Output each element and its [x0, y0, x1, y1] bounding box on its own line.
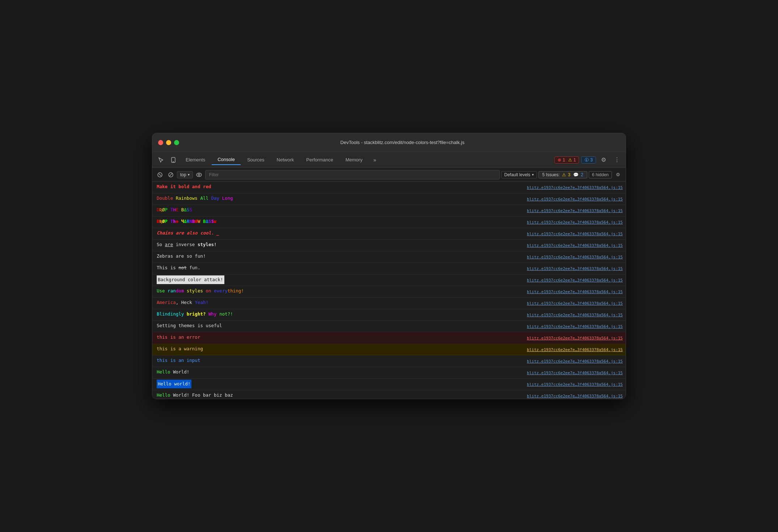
eye-icon[interactable]: [194, 170, 204, 180]
console-row: America , Heck Yeah! blitz.e1937cc6e2ee7…: [152, 297, 626, 309]
context-selector[interactable]: top ▾: [177, 171, 193, 178]
chevron-down-icon: ▾: [188, 173, 190, 177]
issues-label: 5 Issues:: [542, 172, 560, 177]
console-source-link[interactable]: blitz.e1937cc6e2ee7e…3f4063378a564.js:15: [521, 333, 623, 342]
console-message: Hello World!: [157, 368, 521, 376]
console-source-link[interactable]: blitz.e1937cc6e2ee7e…3f4063378a564.js:15: [521, 391, 623, 399]
svg-line-3: [159, 174, 161, 176]
console-source-link[interactable]: blitz.e1937cc6e2ee7e…3f4063378a564.js:15: [521, 345, 623, 354]
console-source-link[interactable]: blitz.e1937cc6e2ee7e…3f4063378a564.js:15: [521, 287, 623, 296]
error-badge[interactable]: ⊗ 1 ⚠ 1: [554, 156, 579, 164]
console-message: Setting themes is useful: [157, 322, 521, 330]
console-row: Setting themes is useful blitz.e1937cc6e…: [152, 321, 626, 332]
console-source-link[interactable]: blitz.e1937cc6e2ee7e…3f4063378a564.js:15: [521, 275, 623, 284]
svg-point-6: [196, 173, 202, 177]
console-source-link[interactable]: blitz.e1937cc6e2ee7e…3f4063378a564.js:15: [521, 194, 623, 203]
levels-chevron-icon: ▾: [532, 173, 534, 177]
console-row: Make it bold and red blitz.e1937cc6e2ee7…: [152, 182, 626, 193]
console-message: ƉƦØP Thɘ ЧΔɌNBØW BΔSSʁ: [157, 218, 521, 225]
console-message: Zebras are so fun!: [157, 252, 521, 260]
console-row-warning: this is a warning blitz.e1937cc6e2ee7e…3…: [152, 344, 626, 355]
clear-console-button[interactable]: [155, 170, 165, 180]
console-source-link[interactable]: blitz.e1937cc6e2ee7e…3f4063378a564.js:15: [521, 183, 623, 192]
console-source-link[interactable]: blitz.e1937cc6e2ee7e…3f4063378a564.js:15: [521, 356, 623, 366]
console-row: Double Rainbows All Day Long blitz.e1937…: [152, 193, 626, 205]
hidden-badge[interactable]: 6 hidden: [589, 171, 612, 178]
close-button[interactable]: [158, 140, 163, 145]
console-settings-icon[interactable]: ⚙: [613, 170, 623, 180]
warning-count: 1: [574, 157, 576, 162]
issues-warning-count: 3: [568, 172, 571, 177]
more-options-icon[interactable]: ⋮: [611, 155, 623, 165]
tab-sources[interactable]: Sources: [241, 155, 270, 165]
issues-badge[interactable]: 5 Issues: ⚠ 3 💬 2: [538, 171, 587, 178]
default-levels-label: Default levels: [504, 172, 530, 177]
console-message: this is an input: [157, 356, 521, 364]
log-levels-selector[interactable]: Default levels ▾: [501, 171, 537, 178]
console-row: Hello World! Foo bar biz baz blitz.e1937…: [152, 390, 626, 399]
device-icon[interactable]: [168, 154, 179, 166]
title-bar: DevTools - stackblitz.com/edit/node-colo…: [152, 133, 626, 152]
devtools-window: DevTools - stackblitz.com/edit/node-colo…: [152, 133, 626, 399]
console-source-link[interactable]: blitz.e1937cc6e2ee7e…3f4063378a564.js:15: [521, 252, 623, 261]
filter-input[interactable]: [205, 170, 500, 180]
minimize-button[interactable]: [166, 140, 171, 145]
maximize-button[interactable]: [174, 140, 179, 145]
svg-point-7: [198, 174, 200, 176]
issues-warning-icon: ⚠: [562, 172, 566, 177]
console-row: DƦØP THƐ BΔSS blitz.e1937cc6e2ee7e…3f406…: [152, 205, 626, 216]
console-source-link[interactable]: blitz.e1937cc6e2ee7e…3f4063378a564.js:15: [521, 206, 623, 215]
tab-memory[interactable]: Memory: [340, 155, 368, 165]
error-icon: ⊗: [558, 157, 561, 162]
console-message: Blindingly bright? Why not?!: [157, 310, 521, 318]
console-toolbar: top ▾ Default levels ▾ 5 Issues: ⚠ 3 💬 2…: [152, 168, 626, 182]
console-source-link[interactable]: blitz.e1937cc6e2ee7e…3f4063378a564.js:15: [521, 310, 623, 319]
console-message: Chains are also cool. _: [157, 229, 521, 237]
console-row: this is an input blitz.e1937cc6e2ee7e…3f…: [152, 355, 626, 367]
block-icon[interactable]: [166, 170, 176, 180]
console-message: This is not fun.: [157, 264, 521, 272]
console-source-link[interactable]: blitz.e1937cc6e2ee7e…3f4063378a564.js:15: [521, 368, 623, 377]
console-message: this is a warning: [157, 345, 521, 353]
console-message: Hello world!: [157, 380, 521, 388]
info-icon: 🛈: [584, 157, 589, 162]
tab-performance[interactable]: Performance: [300, 155, 339, 165]
more-tabs-icon[interactable]: »: [369, 154, 381, 166]
info-badge[interactable]: 🛈 3: [581, 156, 596, 164]
console-row: Chains are also cool. _ blitz.e1937cc6e2…: [152, 228, 626, 240]
context-label: top: [180, 172, 186, 177]
console-source-link[interactable]: blitz.e1937cc6e2ee7e…3f4063378a564.js:15: [521, 322, 623, 331]
console-message: this is an error: [157, 333, 521, 341]
console-source-link[interactable]: blitz.e1937cc6e2ee7e…3f4063378a564.js:15: [521, 299, 623, 308]
console-row: Use random styles on everything! blitz.e…: [152, 286, 626, 297]
console-source-link[interactable]: blitz.e1937cc6e2ee7e…3f4063378a564.js:15: [521, 218, 623, 227]
info-count: 3: [590, 157, 593, 162]
settings-icon[interactable]: ⚙: [598, 155, 609, 165]
console-row-error: this is an error blitz.e1937cc6e2ee7e…3f…: [152, 332, 626, 344]
console-message: DƦØP THƐ BΔSS: [157, 206, 521, 214]
console-source-link[interactable]: blitz.e1937cc6e2ee7e…3f4063378a564.js:15: [521, 264, 623, 273]
issues-info-icon: 💬: [573, 172, 579, 177]
console-message: So are inverse styles!: [157, 241, 521, 249]
console-row: Hello world! blitz.e1937cc6e2ee7e…3f4063…: [152, 379, 626, 390]
issues-info-count: 2: [581, 172, 583, 177]
console-row: Blindingly bright? Why not?! blitz.e1937…: [152, 309, 626, 321]
console-message: Double Rainbows All Day Long: [157, 194, 521, 202]
console-row: ƉƦØP Thɘ ЧΔɌNBØW BΔSSʁ blitz.e1937cc6e2e…: [152, 216, 626, 228]
console-source-link[interactable]: blitz.e1937cc6e2ee7e…3f4063378a564.js:15: [521, 380, 623, 389]
svg-line-5: [169, 173, 172, 176]
traffic-lights: [158, 140, 179, 145]
tab-network[interactable]: Network: [271, 155, 300, 165]
inspect-icon[interactable]: [155, 154, 167, 166]
error-count: 1: [563, 157, 565, 162]
console-source-link[interactable]: blitz.e1937cc6e2ee7e…3f4063378a564.js:15: [521, 241, 623, 250]
console-output[interactable]: Make it bold and red blitz.e1937cc6e2ee7…: [152, 182, 626, 399]
devtools-tabs: Elements Console Sources Network Perform…: [152, 152, 626, 168]
console-source-link[interactable]: blitz.e1937cc6e2ee7e…3f4063378a564.js:15: [521, 229, 623, 238]
tab-console[interactable]: Console: [212, 155, 241, 165]
console-row: Hello World! blitz.e1937cc6e2ee7e…3f4063…: [152, 367, 626, 379]
console-message: Use random styles on everything!: [157, 287, 521, 295]
hidden-label: 6 hidden: [592, 172, 609, 177]
window-title: DevTools - stackblitz.com/edit/node-colo…: [185, 140, 620, 145]
tab-elements[interactable]: Elements: [180, 155, 211, 165]
